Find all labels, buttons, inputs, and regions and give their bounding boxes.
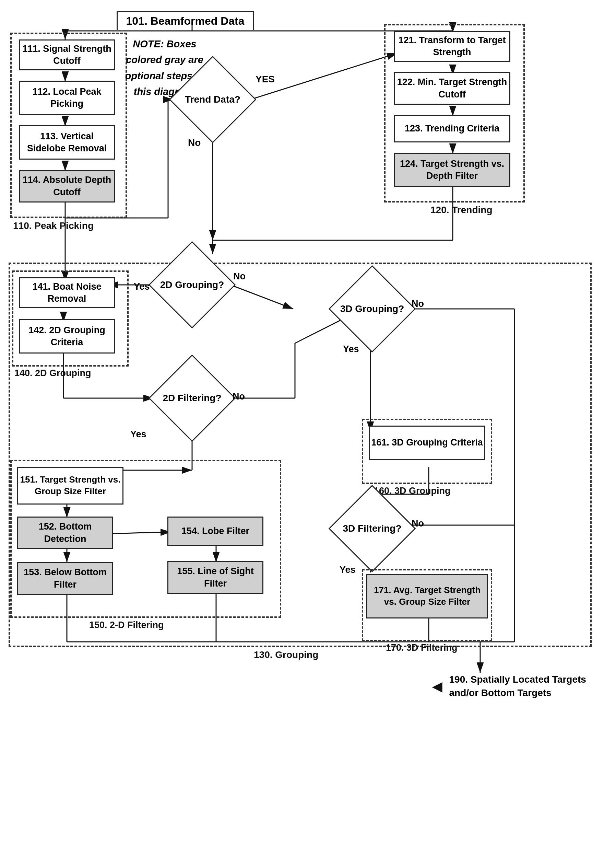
box-151: 151. Target Strength vs. Group Size Filt…: [17, 467, 123, 504]
box-171: 171. Avg. Target Strength vs. Group Size…: [366, 574, 488, 619]
box-141: 141. Boat Noise Removal: [19, 277, 115, 308]
diamond-3d-grouping: 3D Grouping?: [331, 275, 413, 343]
output-label: 190. Spatially Located Targets and/or Bo…: [449, 673, 601, 700]
diamond-2d-filtering: 2D Filtering?: [151, 364, 233, 432]
box-113: 113. Vertical Sidelobe Removal: [19, 125, 115, 160]
box-154: 154. Lobe Filter: [167, 517, 263, 546]
box-153: 153. Below Bottom Filter: [17, 562, 113, 595]
box-161: 161. 3D Grouping Criteria: [369, 426, 485, 460]
diamond-3dgroup-label: 3D Grouping?: [340, 303, 404, 315]
box-122: 122. Min. Target Strength Cutoff: [394, 72, 510, 105]
diamond-3d-filtering: 3D Filtering?: [331, 494, 413, 563]
diamond-2dfilter-label: 2D Filtering?: [163, 392, 221, 404]
box-114: 114. Absolute Depth Cutoff: [19, 170, 115, 203]
group-120-label: 120. Trending: [430, 204, 493, 216]
yes-3dfilter: Yes: [340, 564, 356, 575]
box-123: 123. Trending Criteria: [394, 115, 510, 143]
yes-2dfilter: Yes: [131, 429, 147, 439]
group-130-label: 130. Grouping: [254, 650, 318, 660]
no-trend-label: No: [188, 137, 201, 148]
no-2dfilter: No: [233, 391, 245, 402]
box-152: 152. Bottom Detection: [17, 517, 113, 549]
group-110-label: 110. Peak Picking: [13, 220, 94, 231]
diamond-2dgroup-label: 2D Grouping?: [160, 279, 224, 291]
no-3dgroup: No: [412, 298, 424, 309]
yes-3dgroup: Yes: [343, 344, 359, 354]
box-124: 124. Target Strength vs. Depth Filter: [394, 153, 510, 187]
group-150-label: 150. 2-D Filtering: [89, 620, 164, 630]
box-121: 121. Transform to Target Strength: [394, 31, 510, 62]
no-3dfilter: No: [412, 518, 424, 529]
box-112: 112. Local Peak Picking: [19, 81, 115, 115]
no-2dgroup: No: [233, 271, 246, 282]
diamond-trend-data: Trend Data?: [172, 65, 254, 134]
diagram-container: 101. Beamformed Data 110. Peak Picking 1…: [0, 0, 616, 845]
yes-2dgroup: Yes: [134, 281, 150, 292]
diamond-2d-grouping: 2D Grouping?: [151, 251, 233, 319]
title-beamformed: 101. Beamformed Data: [117, 11, 254, 30]
box-155: 155. Line of Sight Filter: [167, 561, 263, 594]
group-140-label: 140. 2D Grouping: [15, 368, 91, 379]
yes-trend-label: YES: [255, 74, 275, 85]
diamond-trend-label: Trend Data?: [185, 93, 241, 106]
group-170-label: 170. 3D Filtering: [386, 642, 458, 653]
diamond-3dfilter-label: 3D Filtering?: [343, 522, 401, 535]
box-111: 111. Signal Strength Cutoff: [19, 40, 115, 71]
box-142: 142. 2D Grouping Criteria: [19, 319, 115, 354]
